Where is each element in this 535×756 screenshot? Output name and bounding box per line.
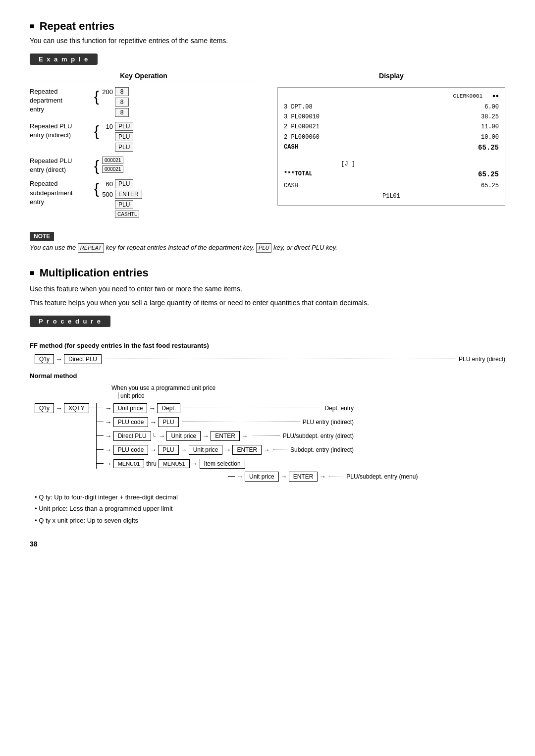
- submenu-line: [228, 476, 235, 477]
- key-box-plu5: PLU: [115, 200, 133, 209]
- arr1: →: [105, 404, 112, 412]
- key-seq-dept: 200 8 8 8: [102, 87, 129, 117]
- menu51-box: MENU51: [159, 459, 190, 468]
- programmed-note: When you use a programmed unit price: [111, 384, 505, 391]
- display-row-7: ***TOTAL 65.25: [284, 169, 499, 181]
- mult-title: Multiplication entries: [30, 267, 505, 279]
- dot3: [253, 435, 280, 436]
- note-repeat-key: REPEAT: [78, 243, 104, 253]
- repeat-entries-section: Repeat entries You can use this function…: [30, 20, 505, 253]
- arr5b: →: [191, 460, 198, 468]
- plu-code-box-2: PLU code: [113, 445, 149, 455]
- label5: PLU/subdept. entry (menu): [346, 473, 418, 480]
- label2: PLU entry (indirect): [303, 419, 354, 426]
- branch-line-1: [97, 408, 104, 408]
- display-row-2: 3 PL000010 38.25: [284, 112, 499, 122]
- dr3-left: 2 PL000021: [284, 122, 320, 132]
- note-plu-key: PLU: [256, 243, 271, 253]
- normal-method-title: Normal method: [30, 372, 505, 379]
- key-num-60: 60: [102, 180, 113, 188]
- ff-label: PLU entry (direct): [459, 356, 505, 363]
- dr5-right: 65.25: [478, 142, 499, 154]
- mult-desc1: Use this feature when you need to enter …: [30, 283, 505, 294]
- plu-box-1: PLU: [158, 417, 178, 427]
- qty-box: Q'ty: [35, 403, 54, 413]
- item-selection-box: Item selection: [200, 459, 245, 469]
- label1: Dept. entry: [324, 405, 354, 412]
- qty-xqty-start: Q'ty → XQTY: [35, 403, 96, 413]
- arr6b: →: [280, 473, 287, 481]
- arr4d: →: [224, 446, 231, 454]
- ff-title: FF method (for speedy entries in the fas…: [30, 342, 505, 349]
- key-box-8c: 8: [115, 108, 129, 117]
- enter-box-2: ENTER: [232, 445, 262, 455]
- unit-price-box-3: Unit price: [189, 445, 223, 455]
- key-box-000021b: 000021: [102, 165, 123, 173]
- bullet-3: Q ty x unit price: Up to seven digits: [35, 516, 505, 526]
- arr6: →: [236, 473, 243, 481]
- ff-qty-box: Q'ty: [35, 354, 54, 364]
- unit-price-box-2: Unit price: [166, 431, 201, 441]
- key-seq-plu-direct: 000021 000021: [102, 157, 123, 173]
- bullet-1: Q ty: Up to four-digit integer + three-d…: [35, 492, 505, 502]
- enter-box-3: ENTER: [289, 472, 318, 482]
- display-row-3: 2 PL000021 11.00: [284, 122, 499, 132]
- label3: PLU/subdept. entry (direct): [283, 432, 354, 439]
- display-panel-title: Display: [277, 72, 505, 82]
- display-row-5: CASH 65.25: [284, 142, 499, 154]
- key-box-cashtl: CASHTL: [115, 211, 139, 218]
- display-row-8: CASH 65.25: [284, 181, 499, 191]
- enter-box-1: ENTER: [211, 431, 240, 441]
- dr7-right: 65.25: [478, 169, 499, 181]
- bullet-2: Unit price: Less than a programmed upper…: [35, 504, 505, 514]
- key-box-000021a: 000021: [102, 157, 123, 164]
- procedure-label: P r o c e d u r e: [30, 316, 110, 327]
- note-label: NOTE: [30, 232, 54, 241]
- direct-plu-box-2: Direct PLU: [113, 431, 151, 441]
- key-box-plu4: PLU: [115, 179, 133, 188]
- key-box-plu1: PLU: [115, 122, 133, 131]
- mult-desc2: This feature helps you when you sell a l…: [30, 297, 505, 308]
- key-label-dept: Repeateddepartmententry: [30, 87, 94, 114]
- display-row-4: 2 PL000060 10.00: [284, 132, 499, 142]
- display-row-9: P1L01: [284, 191, 499, 201]
- h-line-after-xqty: [89, 408, 96, 408]
- key-seq-plu-indirect: 10 PLU PLU PLU: [102, 122, 133, 152]
- arr4e: →: [263, 446, 270, 454]
- menu01-box: MENU01: [113, 459, 145, 468]
- branch-line-3: [97, 435, 104, 436]
- dot5: [329, 476, 344, 477]
- ff-direct-plu-box: Direct PLU: [64, 354, 102, 364]
- arr5: →: [105, 460, 112, 468]
- unit-price-note: unit price: [118, 392, 148, 399]
- submenu-row: → Unit price → ENTER → PLU/subdept. entr…: [228, 472, 505, 482]
- key-label-plu-direct: Repeated PLUentry (direct): [30, 157, 94, 174]
- display-panel: Display CLERK0001 ●● 3 DPT.08 6.00 3 PL0…: [277, 72, 505, 223]
- key-group-plu-indirect: Repeated PLUentry (indirect) { 10 PLU PL…: [30, 122, 258, 152]
- arr1b: →: [149, 404, 156, 412]
- dot4: [273, 449, 288, 450]
- arr4c: →: [180, 446, 187, 454]
- ff-dotted: [106, 359, 455, 359]
- branch-row-5: → MENU01 thru MENU51 → Item selection: [97, 459, 354, 469]
- ff-arrow1: →: [55, 355, 62, 363]
- key-label-plu-indirect: Repeated PLUentry (indirect): [30, 122, 94, 140]
- ff-flow-row: Q'ty → Direct PLU PLU entry (direct): [35, 354, 505, 364]
- opt-bracket-open: └: [152, 433, 156, 439]
- arr3b: →: [158, 432, 165, 440]
- unit-price-box-1: Unit price: [113, 403, 148, 413]
- screen-header: CLERK0001 ●●: [284, 92, 499, 101]
- arr3d: →: [241, 432, 248, 440]
- dot1: [183, 408, 321, 408]
- dr1-right: 6.00: [484, 102, 499, 112]
- dr9-center: P1L01: [382, 191, 400, 201]
- arr4: →: [105, 446, 112, 454]
- arr2: →: [105, 418, 112, 426]
- note-section: NOTE You can use the REPEAT key for repe…: [30, 232, 505, 253]
- key-box-8a: 8: [115, 87, 129, 96]
- brace-subdept: {: [94, 181, 99, 196]
- key-box-8b: 8: [115, 98, 129, 107]
- dr6-left: [J ]: [284, 159, 355, 169]
- brace-dept: {: [94, 89, 99, 104]
- key-num-200: 200: [102, 88, 113, 96]
